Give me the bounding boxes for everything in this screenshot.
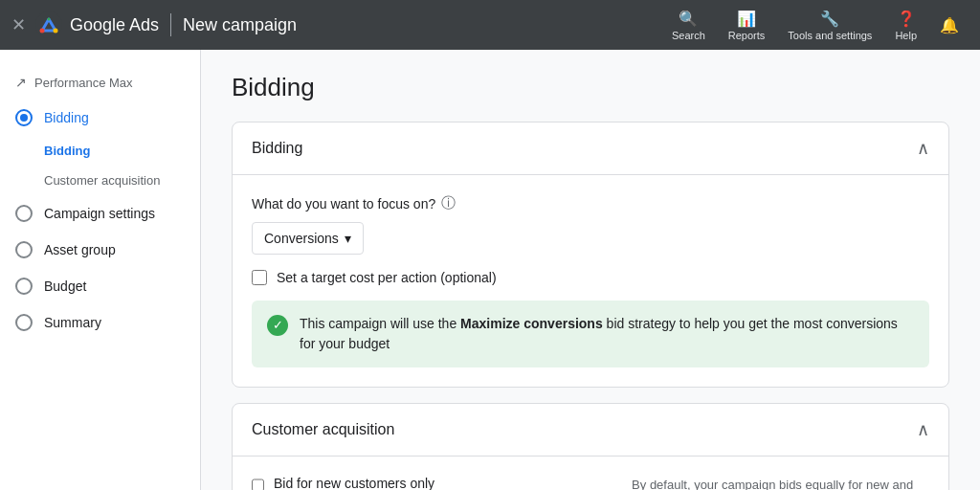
conversions-dropdown-label: Conversions — [264, 231, 339, 246]
dropdown-chevron-icon: ▾ — [345, 231, 351, 246]
tools-action[interactable]: 🔧 Tools and settings — [778, 4, 881, 47]
sidebar-asset-group-label: Asset group — [44, 242, 116, 257]
close-button[interactable]: ✕ — [11, 14, 26, 35]
campaign-settings-circle-icon — [15, 205, 33, 222]
svg-point-2 — [40, 29, 45, 33]
info-box-text: This campaign will use the Maximize conv… — [300, 314, 914, 354]
asset-group-circle-icon — [15, 241, 33, 258]
bidding-card-title: Bidding — [252, 140, 302, 157]
target-cost-label[interactable]: Set a target cost per action (optional) — [277, 270, 497, 285]
new-customers-label: Bid for new customers only — [274, 476, 609, 490]
sidebar-item-summary[interactable]: Summary — [0, 304, 200, 341]
bidding-card: Bidding ∧ What do you want to focus on? … — [232, 122, 949, 388]
divider — [170, 13, 171, 36]
check-circle-icon: ✓ — [267, 315, 288, 336]
customer-acquisition-title: Customer acquisition — [252, 421, 394, 438]
sidebar-budget-label: Budget — [44, 278, 86, 294]
customer-acquisition-body: Bid for new customers only This option l… — [233, 457, 948, 490]
search-action[interactable]: 🔍 Search — [662, 4, 715, 47]
sidebar-campaign-settings-label: Campaign settings — [44, 206, 155, 221]
new-customers-checkbox-row: Bid for new customers only This option l… — [252, 476, 609, 490]
target-cost-checkbox[interactable] — [252, 270, 267, 285]
customer-acquisition-header: Customer acquisition ∧ — [233, 404, 948, 457]
sidebar-subitem-customer-acquisition[interactable]: Customer acquisition — [0, 166, 200, 195]
bidding-card-chevron-up[interactable]: ∧ — [917, 138, 929, 159]
sidebar-item-performance-max[interactable]: ↗ Performance Max — [0, 65, 200, 100]
search-icon: 🔍 — [679, 10, 698, 28]
search-label: Search — [672, 30, 705, 41]
subitem-customer-acquisition-label: Customer acquisition — [44, 173, 160, 188]
info-text-bold: Maximize conversions — [460, 316, 603, 331]
customer-acquisition-card: Customer acquisition ∧ Bid for new custo… — [232, 403, 949, 490]
budget-circle-icon — [15, 278, 33, 295]
bidding-card-body: What do you want to focus on? ⓘ Conversi… — [233, 175, 948, 387]
sidebar-item-budget[interactable]: Budget — [0, 268, 200, 304]
reports-action[interactable]: 📊 Reports — [719, 4, 775, 47]
info-text-before: This campaign will use the — [300, 316, 460, 331]
topbar-actions: 🔍 Search 📊 Reports 🔧 Tools and settings … — [662, 4, 969, 47]
focus-label: What do you want to focus on? ⓘ — [252, 194, 929, 212]
ca-right-text: By default, your campaign bids equally f… — [632, 478, 927, 490]
bidding-circle-icon — [15, 109, 33, 126]
new-customers-labels: Bid for new customers only This option l… — [274, 476, 609, 490]
sidebar-subitem-bidding[interactable]: Bidding — [0, 136, 200, 166]
sidebar-item-bidding[interactable]: Bidding — [0, 100, 200, 136]
summary-circle-icon — [15, 314, 33, 331]
help-icon: ❓ — [897, 10, 916, 28]
sidebar-bidding-label: Bidding — [44, 110, 89, 125]
notifications-action[interactable]: 🔔 — [930, 11, 969, 40]
svg-point-0 — [35, 11, 62, 38]
help-label: Help — [895, 30, 917, 41]
topbar: ✕ Google Ads New campaign 🔍 Search 📊 Rep… — [0, 0, 980, 50]
ca-right: By default, your campaign bids equally f… — [632, 476, 929, 490]
tools-icon: 🔧 — [820, 10, 839, 28]
campaign-title: New campaign — [183, 15, 297, 35]
performance-max-label: Performance Max — [34, 76, 133, 90]
reports-label: Reports — [728, 30, 766, 41]
performance-max-icon: ↗ — [15, 75, 27, 90]
brand-name: Google Ads — [70, 15, 159, 35]
google-ads-logo — [35, 11, 62, 38]
sidebar-item-asset-group[interactable]: Asset group — [0, 232, 200, 268]
subitem-bidding-label: Bidding — [44, 144, 90, 158]
focus-help-icon[interactable]: ⓘ — [441, 194, 456, 212]
ca-left: Bid for new customers only This option l… — [252, 476, 609, 490]
svg-point-3 — [54, 29, 58, 33]
conversions-dropdown[interactable]: Conversions ▾ — [252, 222, 364, 255]
customer-acquisition-chevron-up[interactable]: ∧ — [917, 419, 929, 440]
tools-label: Tools and settings — [788, 30, 872, 41]
sidebar-summary-label: Summary — [44, 315, 101, 330]
sidebar-item-campaign-settings[interactable]: Campaign settings — [0, 195, 200, 232]
reports-icon: 📊 — [737, 10, 756, 28]
layout: ↗ Performance Max Bidding Bidding Custom… — [0, 50, 980, 490]
new-customers-checkbox[interactable] — [252, 478, 264, 490]
page-title: Bidding — [232, 73, 949, 102]
ca-content: Bid for new customers only This option l… — [252, 476, 929, 490]
help-action[interactable]: ❓ Help — [885, 4, 926, 47]
info-box: ✓ This campaign will use the Maximize co… — [252, 301, 929, 368]
sidebar: ↗ Performance Max Bidding Bidding Custom… — [0, 50, 201, 490]
main-content: Bidding Bidding ∧ What do you want to fo… — [201, 50, 980, 490]
notifications-icon: 🔔 — [940, 16, 959, 34]
bidding-card-header: Bidding ∧ — [233, 122, 948, 175]
target-cost-checkbox-row: Set a target cost per action (optional) — [252, 270, 929, 285]
